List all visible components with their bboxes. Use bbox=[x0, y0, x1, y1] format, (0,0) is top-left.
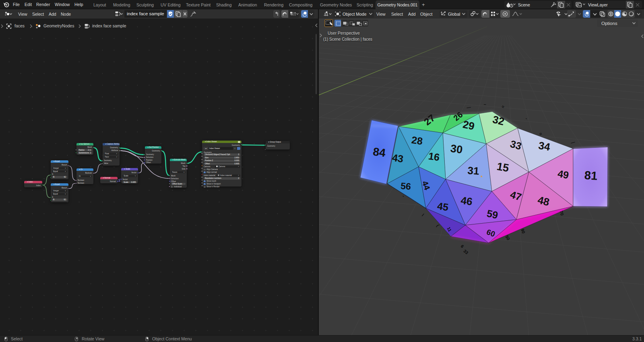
svg-text:—: — bbox=[466, 104, 471, 110]
svg-text:\: \ bbox=[421, 213, 425, 217]
svg-text:33: 33 bbox=[462, 249, 469, 255]
svg-text:31: 31 bbox=[467, 164, 480, 177]
svg-text:15: 15 bbox=[496, 160, 510, 174]
svg-text:=: = bbox=[501, 104, 505, 109]
svg-text:34: 34 bbox=[538, 139, 551, 153]
svg-text:~: ~ bbox=[483, 102, 486, 107]
svg-text:43: 43 bbox=[392, 152, 404, 165]
svg-text:70: 70 bbox=[559, 210, 565, 216]
svg-text:6: 6 bbox=[460, 244, 465, 249]
svg-text:=: = bbox=[538, 132, 543, 136]
svg-text:59: 59 bbox=[486, 207, 499, 221]
svg-text:29: 29 bbox=[462, 118, 476, 132]
svg-text:-: - bbox=[401, 193, 406, 198]
svg-text:49: 49 bbox=[557, 168, 570, 180]
svg-text:30: 30 bbox=[450, 142, 463, 156]
svg-text:16: 16 bbox=[428, 150, 440, 163]
svg-text:(: ( bbox=[436, 224, 440, 228]
svg-text:90: 90 bbox=[520, 228, 526, 234]
svg-text:—: — bbox=[570, 139, 576, 145]
svg-text:46: 46 bbox=[460, 194, 473, 208]
svg-text:56: 56 bbox=[400, 180, 411, 192]
svg-text:45: 45 bbox=[437, 200, 450, 213]
svg-text:28: 28 bbox=[411, 134, 424, 147]
svg-text:81: 81 bbox=[584, 169, 598, 182]
svg-text:84: 84 bbox=[372, 145, 387, 159]
